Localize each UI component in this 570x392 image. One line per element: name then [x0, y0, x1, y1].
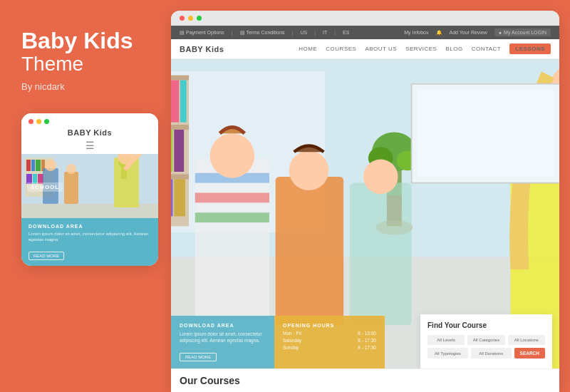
mobile-mockup: BABY Kids ☰	[21, 113, 158, 266]
svg-rect-31	[171, 81, 179, 123]
lang-es[interactable]: ES	[343, 30, 349, 35]
hours-row-1: Saturday 8 - 17:30	[283, 338, 376, 343]
desktop-read-more-button[interactable]: READ MORE	[180, 353, 217, 361]
desktop-dot-red	[180, 16, 185, 21]
bottom-overlay: DOWNLOAD AREA Lorem ipsum dolor sit amet…	[171, 316, 559, 369]
svg-rect-70	[418, 90, 554, 177]
svg-point-13	[45, 160, 56, 171]
nav-about[interactable]: ABOUT US	[365, 46, 397, 52]
mobile-dot-red	[28, 119, 33, 124]
top-nav-bar: ▤Payment Options | ▤Terms Conditions | U…	[171, 26, 559, 39]
svg-rect-2	[26, 160, 31, 171]
hours-row-2: Sunday 8 - 17:30	[283, 345, 376, 350]
download-area-box: DOWNLOAD AREA Lorem ipsum dolor sit amet…	[171, 316, 274, 369]
desktop-window-bar	[171, 11, 559, 26]
left-panel: Baby Kids Theme By nicdark BABY Kids ☰	[0, 0, 171, 392]
filter-row-2: All Typologies All Durations SEARCH	[428, 348, 545, 359]
hours-2: 8 - 17:30	[358, 345, 376, 350]
filter-categories[interactable]: All Categories	[467, 335, 504, 345]
svg-point-57	[289, 150, 329, 190]
mobile-download-text: Lorem ipsum dolor sit amet, consectetur …	[28, 231, 151, 243]
svg-rect-3	[31, 160, 35, 171]
top-nav-right: My Infobox 🔔 Add Your Review ● My Accoun…	[404, 29, 551, 36]
svg-rect-32	[180, 81, 187, 123]
day-1: Saturday	[283, 338, 301, 343]
my-account-button[interactable]: ● My Account LOGIN	[494, 29, 551, 36]
bell-icon: 🔔	[436, 30, 442, 36]
mobile-download-title: DOWNLOAD AREA	[28, 224, 151, 229]
hours-1: 8 - 17:30	[358, 338, 376, 343]
day-2: Sunday	[283, 345, 299, 350]
user-icon: ●	[499, 30, 502, 35]
mobile-read-more-button[interactable]: READ MORE	[28, 252, 64, 260]
mobile-download-section: DOWNLOAD AREA Lorem ipsum dolor sit amet…	[21, 218, 158, 266]
theme-title-line1: Baby Kids	[21, 29, 150, 53]
opening-hours-title: OPENING HOURS	[283, 323, 376, 328]
find-course-box: Find Your Course All Levels All Categori…	[420, 314, 552, 368]
mobile-dot-green	[44, 119, 49, 124]
our-courses-section: Our Courses	[171, 368, 559, 392]
terms-conditions-link[interactable]: ▤Terms Conditions	[240, 30, 285, 36]
opening-hours-box: OPENING HOURS Mon - Fri 8 - 13:00 Saturd…	[274, 316, 385, 369]
svg-rect-58	[350, 183, 412, 326]
filter-levels[interactable]: All Levels	[428, 335, 465, 345]
nav-services[interactable]: SERVICES	[405, 46, 437, 52]
hours-0: 8 - 13:00	[358, 331, 376, 336]
filter-locations[interactable]: All Locations	[508, 335, 545, 345]
svg-rect-53	[195, 192, 269, 202]
search-button[interactable]: SEARCH	[514, 348, 545, 359]
filter-durations[interactable]: All Durations	[471, 348, 512, 359]
payment-options-link[interactable]: ▤Payment Options	[180, 30, 224, 36]
filter-row-1: All Levels All Categories All Locations	[428, 335, 545, 345]
svg-rect-54	[195, 212, 269, 222]
theme-author: By nicdark	[21, 81, 150, 92]
mobile-hero-label: SCHOOL	[27, 182, 63, 192]
our-courses-title: Our Courses	[180, 375, 551, 386]
day-0: Mon - Fri	[283, 331, 301, 336]
svg-rect-43	[171, 179, 173, 216]
my-infobox-link[interactable]: My Infobox	[404, 30, 428, 35]
mobile-hamburger-icon[interactable]: ☰	[21, 140, 158, 151]
desktop-dot-yellow	[188, 16, 193, 21]
desktop-mockup: ▤Payment Options | ▤Terms Conditions | U…	[171, 11, 559, 392]
svg-point-55	[210, 133, 254, 177]
svg-point-15	[66, 164, 76, 174]
svg-rect-44	[174, 179, 185, 216]
svg-rect-38	[174, 130, 184, 172]
hero-section: DOWNLOAD AREA Lorem ipsum dolor sit amet…	[171, 59, 559, 368]
top-nav-left: ▤Payment Options | ▤Terms Conditions | U…	[180, 30, 349, 36]
svg-rect-37	[171, 130, 173, 172]
mobile-hero-image: SCHOOL	[21, 154, 158, 218]
find-course-title: Find Your Course	[428, 321, 545, 329]
main-nav: BABY Kids HOME COURSES ABOUT US SERVICES…	[171, 39, 559, 59]
svg-rect-25	[171, 174, 189, 179]
nav-home[interactable]: HOME	[299, 46, 317, 52]
theme-title-line2: Theme	[21, 53, 150, 76]
svg-rect-24	[171, 125, 189, 130]
svg-rect-4	[36, 160, 41, 171]
lessons-button[interactable]: LESSONS	[509, 43, 551, 54]
hours-row-0: Mon - Fri 8 - 13:00	[283, 331, 376, 336]
filter-typologies[interactable]: All Typologies	[428, 348, 468, 359]
main-nav-links: HOME COURSES ABOUT US SERVICES BLOG CONT…	[299, 43, 551, 54]
download-area-text: Lorem ipsum dolor sit amet, consectetur …	[180, 331, 266, 345]
lang-us[interactable]: US	[300, 30, 307, 35]
svg-point-59	[363, 160, 398, 195]
svg-rect-14	[64, 172, 78, 204]
svg-rect-56	[276, 177, 343, 325]
add-review-link[interactable]: Add Your Review	[450, 30, 487, 35]
nav-blog[interactable]: BLOG	[445, 46, 462, 52]
desktop-dot-green	[197, 16, 202, 21]
mobile-brand: BABY Kids	[21, 127, 158, 140]
nav-courses[interactable]: COURSES	[326, 46, 356, 52]
nav-contact[interactable]: CONTACT	[472, 46, 502, 52]
mobile-dot-yellow	[36, 119, 41, 124]
mobile-window-bar	[21, 113, 158, 127]
svg-rect-23	[171, 76, 189, 81]
main-brand: BABY Kids	[180, 45, 224, 53]
lang-it[interactable]: IT	[323, 30, 327, 35]
download-area-title: DOWNLOAD AREA	[180, 323, 266, 328]
